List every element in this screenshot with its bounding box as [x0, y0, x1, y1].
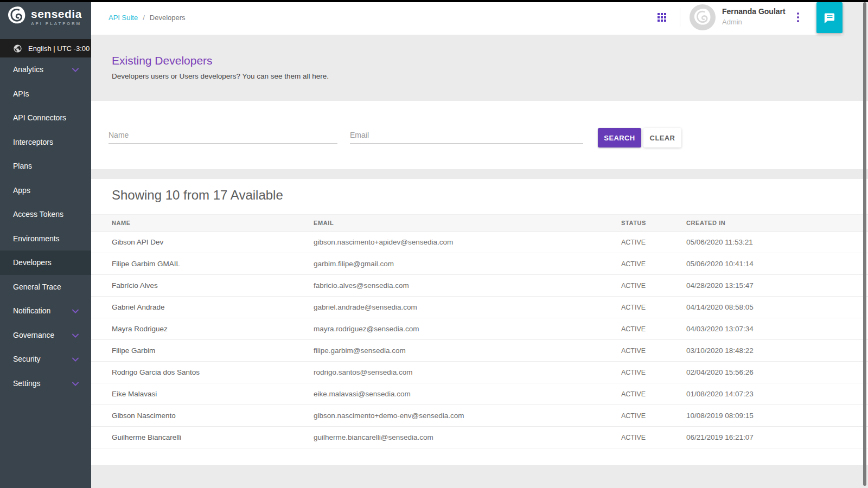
breadcrumb-current: Developers	[150, 14, 186, 22]
chevron-down-icon	[72, 331, 79, 339]
cell-created: 04/14/2020 08:58:05	[686, 303, 868, 311]
sidebar-item-plans[interactable]: Plans	[0, 154, 91, 178]
page-scrollbar[interactable]	[863, 2, 866, 486]
apps-grid-icon[interactable]	[653, 9, 671, 26]
cell-created: 06/21/2019 16:21:07	[686, 433, 868, 441]
cell-name: Gabriel Andrade	[112, 303, 314, 311]
cell-name: Rodrigo Garcia dos Santos	[112, 368, 314, 376]
page-subtitle: Developers users or Users developers? Yo…	[112, 72, 329, 80]
table-row[interactable]: Gibson Nascimentogibson.nascimento+demo-…	[91, 405, 868, 427]
cell-status: ACTIVE	[621, 304, 686, 311]
user-menu-kebab-icon[interactable]	[792, 10, 804, 25]
name-field-wrap	[108, 127, 337, 144]
sidebar-item-label: Access Tokens	[13, 210, 63, 219]
sidebar-item-label: Settings	[13, 379, 41, 388]
user-info: Fernanda Goulart Admin	[722, 7, 786, 27]
sidebar-item-label: Notification	[13, 306, 50, 315]
table-row[interactable]: Rodrigo Garcia dos Santosrodrigo.santos@…	[91, 362, 868, 383]
cell-name: Filipe Garbim GMAIL	[112, 260, 314, 268]
email-input[interactable]	[350, 127, 583, 144]
table-header: NAME EMAIL STATUS CREATED IN	[91, 214, 868, 232]
sidebar-item-api-connectors[interactable]: API Connectors	[0, 106, 91, 130]
sidebar-item-security[interactable]: Security	[0, 347, 91, 371]
cell-name: Mayra Rodriguez	[112, 325, 314, 333]
sidebar: sensedia API PLATFORM English | UTC -3:0…	[0, 0, 91, 488]
cell-created: 04/03/2020 13:07:34	[686, 325, 868, 333]
results-panel: Showing 10 from 17 Available NAME EMAIL …	[91, 179, 868, 465]
window-top-edge	[0, 0, 868, 2]
language-selector[interactable]: English | UTC -3:00	[0, 39, 91, 57]
cell-email: gibson.nascimento+apidev@sensedia.com	[314, 238, 621, 246]
table-row[interactable]: Filipe Garbimfilipe.garbim@sensedia.comA…	[91, 340, 868, 362]
sidebar-item-label: APIs	[13, 89, 29, 98]
main-area: API Suite / Developers Fernanda Goulart	[91, 0, 868, 488]
brand-logo[interactable]: sensedia API PLATFORM	[0, 0, 91, 34]
sidebar-item-developers[interactable]: Developers	[0, 251, 91, 275]
sidebar-item-notification[interactable]: Notification	[0, 299, 91, 323]
sidebar-item-apis[interactable]: APIs	[0, 82, 91, 106]
top-bar: API Suite / Developers Fernanda Goulart	[91, 0, 843, 35]
table-row[interactable]: Eike Malavasieike.malavasi@sensedia.comA…	[91, 383, 868, 405]
cell-email: rodrigo.santos@sensedia.com	[314, 368, 621, 376]
table-row[interactable]: Fabrício Alvesfabricio.alves@sensedia.co…	[91, 275, 868, 297]
sidebar-item-general-trace[interactable]: General Trace	[0, 275, 91, 299]
chat-support-button[interactable]	[816, 2, 843, 33]
cell-status: ACTIVE	[621, 390, 686, 398]
chevron-down-icon	[72, 65, 79, 74]
breadcrumb-link-api-suite[interactable]: API Suite	[108, 14, 138, 22]
sidebar-item-analytics[interactable]: Analytics	[0, 57, 91, 82]
name-input[interactable]	[108, 127, 337, 144]
table-row[interactable]: Mayra Rodriguezmayra.rodriguez@sensedia.…	[91, 318, 868, 340]
cell-email: gibson.nascimento+demo-env@sensedia.com	[314, 412, 621, 420]
brand-name: sensedia	[31, 8, 82, 20]
sidebar-nav: AnalyticsAPIsAPI ConnectorsInterceptorsP…	[0, 57, 91, 395]
sidebar-item-label: API Connectors	[13, 113, 66, 122]
cell-name: Gibson API Dev	[112, 238, 314, 246]
cell-name: Fabrício Alves	[112, 281, 314, 290]
cell-status: ACTIVE	[621, 434, 686, 441]
sidebar-item-access-tokens[interactable]: Access Tokens	[0, 202, 91, 227]
table-row[interactable]: Filipe Garbim GMAILgarbim.filipe@gmail.c…	[91, 253, 868, 275]
search-button[interactable]: SEARCH	[598, 128, 641, 147]
table-row[interactable]: Gabriel Andradegabriel.andrade@sensedia.…	[91, 297, 868, 318]
sidebar-item-settings[interactable]: Settings	[0, 371, 91, 396]
sidebar-item-interceptors[interactable]: Interceptors	[0, 130, 91, 155]
table-row[interactable]: Guilherme Biancarelliguilherme.biancarel…	[91, 427, 868, 448]
cell-email: eike.malavasi@sensedia.com	[314, 390, 621, 398]
cell-status: ACTIVE	[621, 282, 686, 290]
clear-button[interactable]: CLEAR	[643, 128, 681, 147]
cell-name: Gibson Nascimento	[112, 412, 314, 420]
breadcrumb-separator: /	[143, 14, 145, 22]
sidebar-item-governance[interactable]: Governance	[0, 323, 91, 348]
column-header-status: STATUS	[621, 220, 686, 226]
sidebar-item-label: Environments	[13, 234, 60, 243]
sidebar-item-environments[interactable]: Environments	[0, 227, 91, 251]
chevron-down-icon	[72, 355, 79, 363]
sidebar-item-apps[interactable]: Apps	[0, 178, 91, 203]
email-field-wrap	[350, 127, 583, 144]
topbar-divider	[680, 8, 680, 27]
table-body: Gibson API Devgibson.nascimento+apidev@s…	[91, 232, 868, 448]
globe-icon	[13, 44, 22, 53]
user-role: Admin	[722, 18, 786, 27]
sidebar-item-label: Plans	[13, 162, 32, 170]
sidebar-item-label: General Trace	[13, 282, 61, 291]
chevron-down-icon	[72, 379, 79, 388]
table-row[interactable]: Gibson API Devgibson.nascimento+apidev@s…	[91, 232, 868, 253]
cell-status: ACTIVE	[621, 412, 686, 420]
cell-email: fabricio.alves@sensedia.com	[314, 281, 621, 290]
cell-status: ACTIVE	[621, 260, 686, 268]
sidebar-item-label: Apps	[13, 186, 30, 195]
cell-name: Eike Malavasi	[112, 390, 314, 398]
sidebar-item-label: Security	[13, 355, 41, 363]
cell-status: ACTIVE	[621, 325, 686, 333]
cell-email: guilherme.biancarelli@sensedia.com	[314, 433, 621, 441]
cell-status: ACTIVE	[621, 239, 686, 246]
breadcrumb: API Suite / Developers	[108, 0, 186, 35]
brand-tagline: API PLATFORM	[31, 21, 82, 26]
cell-created: 04/28/2020 13:15:47	[686, 281, 868, 290]
user-avatar[interactable]	[690, 4, 716, 30]
cell-email: garbim.filipe@gmail.com	[314, 260, 621, 268]
search-panel: SEARCH CLEAR	[91, 101, 868, 169]
column-header-name: NAME	[112, 220, 314, 226]
